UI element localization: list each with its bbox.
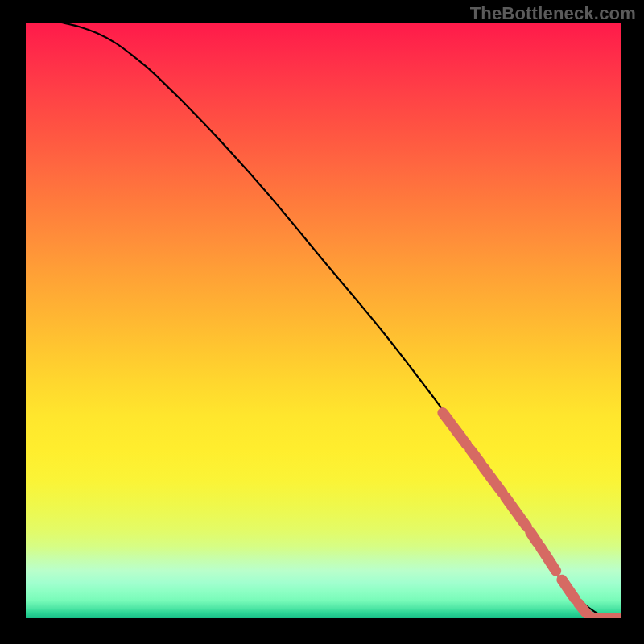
highlight-layer	[26, 23, 621, 618]
highlight-dash	[530, 532, 538, 543]
highlight-dash	[483, 467, 502, 493]
plot-area	[26, 23, 621, 618]
highlight-dots	[443, 413, 620, 618]
highlight-dash	[562, 580, 575, 599]
highlight-dash	[443, 413, 467, 444]
chart-stage: TheBottleneck.com	[0, 0, 644, 644]
highlight-dash	[540, 547, 555, 572]
source-attribution: TheBottleneck.com	[470, 3, 636, 24]
highlight-dash	[470, 449, 481, 464]
highlight-dash	[579, 604, 586, 613]
highlight-dash	[506, 497, 527, 526]
